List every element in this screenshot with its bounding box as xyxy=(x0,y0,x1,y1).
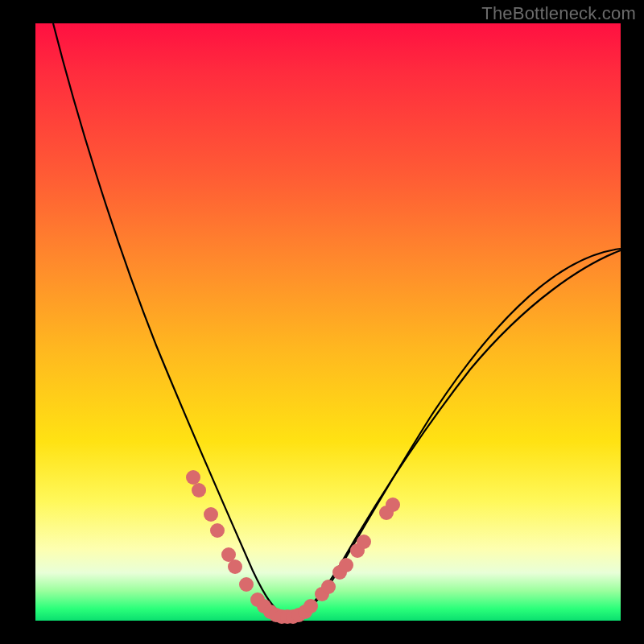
marker-dot xyxy=(357,535,371,549)
marker-dot xyxy=(210,523,225,538)
marker-dot xyxy=(339,558,353,572)
marker-dot xyxy=(303,599,318,613)
marker-dot xyxy=(192,483,206,497)
marker-dot xyxy=(386,497,400,512)
marker-dot xyxy=(239,577,254,592)
plot-area xyxy=(35,23,621,621)
bottleneck-curve xyxy=(53,23,621,617)
marker-dot xyxy=(228,559,242,574)
bottleneck-curve-right xyxy=(287,250,621,616)
marker-dot xyxy=(204,507,218,522)
watermark-text: TheBottleneck.com xyxy=(481,3,636,24)
curve-svg xyxy=(35,23,621,621)
chart-frame: TheBottleneck.com xyxy=(0,0,644,644)
marker-dot xyxy=(321,580,336,594)
marker-dot xyxy=(186,470,200,485)
